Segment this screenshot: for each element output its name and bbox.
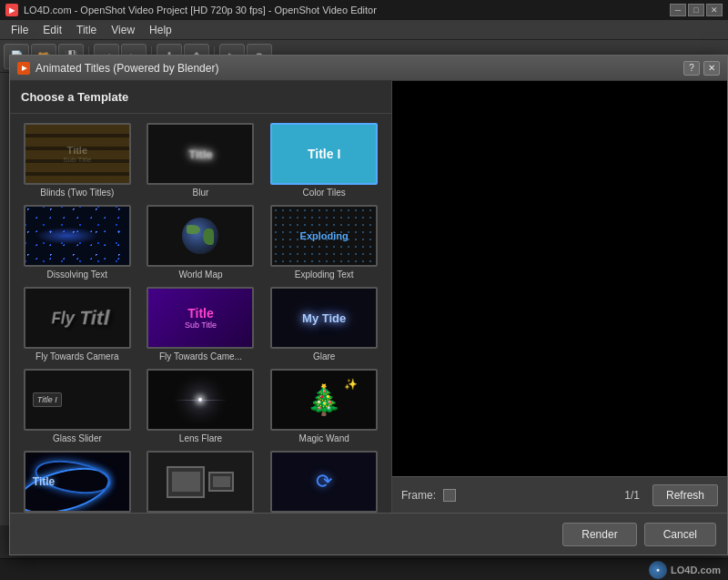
thumb-magicwand-sparkle: ✨ xyxy=(344,378,358,391)
thumb-flytowards-text: Fly Titl xyxy=(51,306,109,330)
thumb-flytowards-bg: Fly Titl xyxy=(25,289,129,347)
menu-edit[interactable]: Edit xyxy=(35,22,69,38)
app-icon: ▶ xyxy=(5,4,18,16)
template-label-glare: Glare xyxy=(270,351,378,361)
thumb-pictureframes-frame2 xyxy=(208,472,234,492)
thumb-exploding-text: Exploding xyxy=(300,230,349,241)
lo4d-globe-icon: ● xyxy=(649,561,667,579)
menu-file[interactable]: File xyxy=(4,22,35,38)
template-grid: Title Sub Title Blinds (Two Titles) Titl… xyxy=(17,121,384,513)
template-item-pictureframes[interactable]: Picture Frames ... xyxy=(141,449,261,513)
template-item-rotate360[interactable]: ⟳ Rotate 360 Degrees xyxy=(264,449,384,513)
template-item-blinds[interactable]: Title Sub Title Blinds (Two Titles) xyxy=(17,121,137,199)
title-bar: ▶ LO4D.com - OpenShot Video Project [HD … xyxy=(0,0,728,20)
refresh-button[interactable]: Refresh xyxy=(652,484,718,506)
thumb-lensflare-line xyxy=(173,400,228,401)
template-thumb-exploding: Exploding xyxy=(270,205,378,267)
thumb-pictureframes-inner2 xyxy=(213,476,230,488)
preview-panel: Frame: 1/1 Refresh xyxy=(392,81,727,513)
template-item-neoncurves[interactable]: Title Neon Curves xyxy=(17,449,137,513)
close-button[interactable]: ✕ xyxy=(706,4,723,16)
os-window: ▶ LO4D.com - OpenShot Video Project [HD … xyxy=(0,0,728,580)
thumb-pictureframes-frame1 xyxy=(167,466,205,498)
template-thumb-neoncurves: Title xyxy=(24,451,131,513)
menu-title[interactable]: Title xyxy=(69,22,104,38)
template-thumb-glare: My Tide xyxy=(270,287,378,349)
template-label-exploding: Exploding Text xyxy=(270,270,378,280)
title-bar-left: ▶ LO4D.com - OpenShot Video Project [HD … xyxy=(5,4,377,16)
template-label-flytowards2: Fly Towards Came... xyxy=(147,351,254,361)
panel-header: Choose a Template xyxy=(10,81,391,114)
template-label-flytowards: Fly Towards Camera xyxy=(24,351,131,361)
statusbar: ● LO4D.com xyxy=(0,558,728,580)
thumb-blur-bg: Title xyxy=(148,125,252,183)
thumb-dissolving-particles xyxy=(25,207,129,265)
window-controls: ─ □ ✕ xyxy=(670,4,723,16)
menu-help[interactable]: Help xyxy=(142,22,179,38)
dialog-help-button[interactable]: ? xyxy=(683,61,700,76)
thumb-exploding-bg: Exploding xyxy=(272,207,376,265)
template-label-dissolving: Dissolving Text xyxy=(24,270,131,280)
template-label-blur: Blur xyxy=(147,188,254,198)
template-label-colortiles: Color Tiles xyxy=(270,188,378,198)
template-thumb-flytowards2: Title Sub Title xyxy=(147,287,254,349)
template-thumb-flytowards: Fly Titl xyxy=(24,287,131,349)
window-title: LO4D.com - OpenShot Video Project [HD 72… xyxy=(24,5,377,15)
preview-controls: Frame: 1/1 Refresh xyxy=(392,476,727,513)
thumb-magicwand-tree: 🎄 xyxy=(306,382,342,417)
template-thumb-colortiles: Title I xyxy=(270,123,378,185)
thumb-glassslider-text: Title I xyxy=(33,392,62,407)
thumb-lensflare-bg xyxy=(148,371,252,429)
template-thumb-worldmap xyxy=(147,205,254,267)
template-thumb-pictureframes xyxy=(147,451,254,513)
template-item-dissolving[interactable]: Dissolving Text xyxy=(17,203,137,281)
template-item-worldmap[interactable]: World Map xyxy=(141,203,261,281)
template-thumb-magicwand: 🎄 ✨ xyxy=(270,369,378,431)
dialog-close-button[interactable]: ✕ xyxy=(703,61,720,76)
template-item-magicwand[interactable]: 🎄 ✨ Magic Wand xyxy=(264,367,384,445)
template-item-flytowards2[interactable]: Title Sub Title Fly Towards Came... xyxy=(141,285,261,363)
thumb-neoncurves-bg: Title xyxy=(25,453,129,511)
template-item-glassslider[interactable]: Title I Glass Slider xyxy=(17,367,137,445)
thumb-neoncurves-text: Title xyxy=(33,475,55,488)
cancel-button[interactable]: Cancel xyxy=(644,523,716,546)
template-thumb-glassslider: Title I xyxy=(24,369,131,431)
dialog-titlebar-right: ? ✕ xyxy=(683,61,720,76)
thumb-rotate360-bg: ⟳ xyxy=(272,453,376,511)
menu-view[interactable]: View xyxy=(104,22,142,38)
template-item-colortiles[interactable]: Title I Color Tiles xyxy=(264,121,384,199)
template-grid-container[interactable]: Title Sub Title Blinds (Two Titles) Titl… xyxy=(10,114,391,513)
template-label-lensflare: Lens Flare xyxy=(147,433,254,443)
thumb-blur-text: Title xyxy=(188,148,213,161)
thumb-flytowards2-sub: Sub Title xyxy=(185,321,217,330)
dialog-footer: Render Cancel xyxy=(10,513,727,555)
animated-titles-dialog: ▶ Animated Titles (Powered by Blender) ?… xyxy=(9,55,728,555)
template-thumb-rotate360: ⟳ xyxy=(270,451,378,513)
frame-number: 1/1 xyxy=(463,489,645,502)
template-panel: Choose a Template Title Sub Title xyxy=(10,81,392,513)
template-label-magicwand: Magic Wand xyxy=(270,433,378,443)
frame-label: Frame: xyxy=(401,489,436,502)
template-item-glare[interactable]: My Tide Glare xyxy=(264,285,384,363)
menu-bar: File Edit Title View Help xyxy=(0,20,728,40)
thumb-magicwand-bg: 🎄 ✨ xyxy=(272,371,376,429)
template-item-exploding[interactable]: Exploding Exploding Text xyxy=(264,203,384,281)
thumb-colortiles-text: Title I xyxy=(308,147,340,161)
frame-checkbox[interactable] xyxy=(443,489,456,502)
template-item-flytowards[interactable]: Fly Titl Fly Towards Camera xyxy=(17,285,137,363)
template-item-blur[interactable]: Title Blur xyxy=(141,121,261,199)
template-label-blinds: Blinds (Two Titles) xyxy=(24,188,131,198)
template-thumb-blinds: Title Sub Title xyxy=(24,123,131,185)
template-thumb-blur: Title xyxy=(147,123,254,185)
thumb-dissolving-bg xyxy=(25,207,129,265)
dialog-title: Animated Titles (Powered by Blender) xyxy=(35,62,218,75)
template-label-worldmap: World Map xyxy=(147,270,254,280)
dialog-app-icon: ▶ xyxy=(17,62,30,75)
render-button[interactable]: Render xyxy=(562,523,636,546)
template-thumb-dissolving xyxy=(24,205,131,267)
thumb-blinds-bg: Title Sub Title xyxy=(25,125,129,183)
maximize-button[interactable]: □ xyxy=(688,4,704,16)
minimize-button[interactable]: ─ xyxy=(670,4,686,16)
template-item-lensflare[interactable]: Lens Flare xyxy=(141,367,261,445)
thumb-flytowards2-main: Title xyxy=(187,306,214,321)
